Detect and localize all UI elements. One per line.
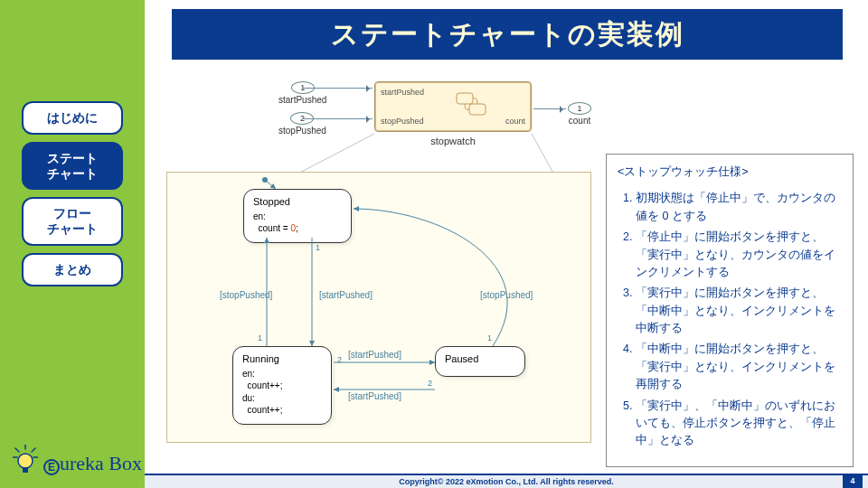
svg-rect-8 <box>469 104 486 115</box>
logo-text: Eureka Box <box>43 454 142 475</box>
block-in2: stopPushed <box>381 117 424 126</box>
state-stopped-body: en: count = 0; <box>253 211 342 235</box>
transitions <box>167 173 592 444</box>
outport-1-num: 1 <box>568 102 591 115</box>
logo: Eureka Box <box>13 445 142 475</box>
stateflow-block: startPushed stopPushed count <box>374 81 532 132</box>
footer: Copyright© 2022 eXmotion Co., Ltd. All r… <box>145 474 868 488</box>
spec-title: <ストップウォッチ仕様> <box>618 164 842 181</box>
spec-panel: <ストップウォッチ仕様> 初期状態は「停止中」で、カウンタの値を 0 とする 「… <box>606 154 854 467</box>
label-stopPushed-arc: [stopPushed] <box>480 290 533 300</box>
wire-in2 <box>302 118 373 119</box>
prio-2a: 2 <box>337 355 342 364</box>
state-running-name: Running <box>242 352 322 366</box>
spec-item-5: 「実行中」、「中断中」のいずれにおいても、停止ボタンを押すと、「停止中」となる <box>636 398 842 450</box>
inport-1-label: startPushed <box>278 95 326 105</box>
block-in1: startPushed <box>381 88 424 97</box>
page-title: ステートチャートの実装例 <box>331 16 684 53</box>
wire-in1 <box>302 88 373 89</box>
spec-item-3: 「実行中」に開始ボタンを押すと、「中断中」となり、インクリメントを中断する <box>636 285 842 337</box>
title-bar: ステートチャートの実装例 <box>172 9 843 60</box>
spec-item-4: 「中断中」に開始ボタンを押すと、「実行中」となり、インクリメントを再開する <box>636 341 842 393</box>
nav-item-flowchart[interactable]: フローチャート <box>22 197 123 246</box>
sidebar: はじめに ステートチャート フローチャート まとめ <box>0 0 145 488</box>
inport-2-label: stopPushed <box>278 126 326 136</box>
copyright: Copyright© 2022 eXmotion Co., Ltd. All r… <box>399 477 613 486</box>
state-paused: Paused <box>435 346 525 377</box>
logo-word: ureka Box <box>60 452 142 474</box>
svg-line-2 <box>32 448 35 452</box>
svg-line-1 <box>15 448 19 452</box>
spec-item-2: 「停止中」に開始ボタンを押すと、「実行中」となり、カウンタの値をインクリメントす… <box>636 229 842 281</box>
spec-list: 初期状態は「停止中」で、カウンタの値を 0 とする 「停止中」に開始ボタンを押す… <box>618 190 842 449</box>
wire-out1 <box>533 108 566 109</box>
statechart-icon <box>455 91 491 118</box>
prio-1a: 1 <box>258 333 262 343</box>
slide: はじめに ステートチャート フローチャート まとめ <box>0 0 868 488</box>
spec-item-1: 初期状態は「停止中」で、カウンタの値を 0 とする <box>636 190 842 225</box>
prio-2b: 2 <box>428 379 432 388</box>
nav-item-statechart[interactable]: ステートチャート <box>22 142 123 191</box>
content: 1 startPushed 2 stopPushed startPushed s… <box>154 70 859 468</box>
svg-rect-6 <box>23 467 28 473</box>
svg-rect-7 <box>457 93 473 104</box>
label-startPushed-right: [startPushed] <box>348 350 401 360</box>
inport-1: 1 startPushed <box>278 81 326 105</box>
state-running: Running en: count++;du: count++; <box>232 346 332 425</box>
state-stopped: Stopped en: count = 0; <box>243 189 352 243</box>
model-block: 1 startPushed 2 stopPushed startPushed s… <box>217 76 633 163</box>
svg-point-11 <box>262 177 268 183</box>
nav-item-summary[interactable]: まとめ <box>22 253 123 286</box>
logo-initial: E <box>43 459 60 475</box>
nav-item-intro[interactable]: はじめに <box>22 101 123 135</box>
svg-point-5 <box>18 454 33 468</box>
outport-1: 1 count <box>568 102 591 126</box>
block-label: stopwatch <box>374 136 532 146</box>
outport-1-label: count <box>569 116 590 126</box>
state-stopped-name: Stopped <box>253 195 342 209</box>
label-startPushed-left: [startPushed] <box>348 391 401 401</box>
page-number: 4 <box>843 474 863 488</box>
block-out1: count <box>505 117 525 126</box>
state-running-body: en: count++;du: count++; <box>242 368 322 417</box>
inport-2: 2 stopPushed <box>278 112 326 136</box>
prio-1c: 1 <box>487 333 492 343</box>
nav: はじめに ステートチャート フローチャート まとめ <box>22 101 123 286</box>
label-startPushed-down: [startPushed] <box>319 290 373 300</box>
state-diagram: Stopped en: count = 0; Running en: count… <box>166 172 591 443</box>
state-paused-name: Paused <box>445 352 515 366</box>
label-stopPushed-left: [stopPushed] <box>220 290 272 300</box>
prio-1b: 1 <box>316 243 320 252</box>
lightbulb-icon <box>13 445 38 475</box>
